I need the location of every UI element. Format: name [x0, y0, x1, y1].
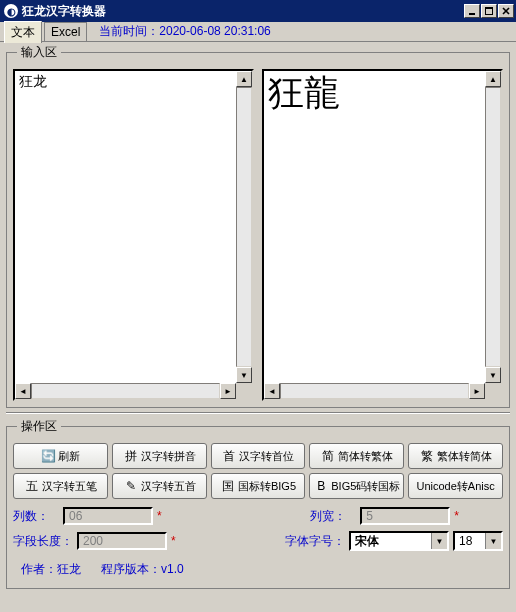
- ops-area-legend: 操作区: [17, 418, 61, 435]
- button-label: 繁体转简体: [437, 449, 492, 464]
- font-name-combo[interactable]: 宋体 ▼: [349, 531, 449, 551]
- input-area-legend: 输入区: [17, 44, 61, 61]
- button-label: 简体转繁体: [338, 449, 393, 464]
- current-time: 当前时间：2020-06-08 20:31:06: [99, 23, 270, 40]
- to-pinyin-button[interactable]: 拼 汉字转拼音: [112, 443, 207, 469]
- input-textarea-left[interactable]: 狂龙: [15, 71, 236, 383]
- gb-big5-icon: 国: [220, 478, 236, 494]
- app-icon: ◐: [4, 4, 18, 18]
- scrollbar-vertical[interactable]: ▲▼: [236, 71, 252, 383]
- col-count-field[interactable]: [63, 507, 153, 525]
- trad-to-simp-button[interactable]: 繁 繁体转简体: [408, 443, 503, 469]
- big5-to-gb-button[interactable]: B BIG5码转国标: [309, 473, 404, 499]
- footer: 作者：狂龙 程序版本：v1.0: [13, 557, 503, 582]
- refresh-icon: 🔄: [40, 448, 56, 464]
- chevron-down-icon[interactable]: ▼: [431, 533, 447, 549]
- font-name-value: 宋体: [351, 533, 431, 549]
- button-label: 国标转BIG5: [238, 479, 296, 494]
- menubar: 文本 Excel 当前时间：2020-06-08 20:31:06: [0, 22, 516, 42]
- big5-gb-icon: B: [313, 478, 329, 494]
- unicode-to-anisc-button[interactable]: Unicode转Anisc: [408, 473, 503, 499]
- time-value: 2020-06-08 20:31:06: [159, 24, 270, 38]
- output-textarea-right-wrap: 狂龍 ▲▼ ◄►: [262, 69, 503, 401]
- scrollbar-horizontal[interactable]: ◄►: [15, 383, 236, 399]
- input-area-group: 输入区 狂龙 ▲▼ ◄► 狂龍 ▲▼ ◄►: [6, 44, 510, 408]
- required-star: *: [157, 509, 162, 523]
- field-len-field[interactable]: [77, 532, 167, 550]
- button-label: 汉字转首位: [239, 449, 294, 464]
- svg-rect-0: [469, 13, 475, 15]
- font-size-value: 18: [455, 533, 485, 549]
- col-width-label: 列宽：: [310, 508, 356, 525]
- gb-to-big5-button[interactable]: 国 国标转BIG5: [211, 473, 306, 499]
- to-shouwei-button[interactable]: 首 汉字转首位: [211, 443, 306, 469]
- required-star: *: [454, 509, 459, 523]
- ops-area-group: 操作区 🔄 刷新 拼 汉字转拼音 首 汉字转首位 简 简体转繁体 繁 繁体转简体: [6, 418, 510, 589]
- tab-excel[interactable]: Excel: [44, 22, 87, 41]
- simp-trad-icon: 简: [320, 448, 336, 464]
- required-star: *: [171, 534, 176, 548]
- button-label: 汉字转五笔: [42, 479, 97, 494]
- output-textarea-right[interactable]: 狂龍: [264, 71, 485, 383]
- field-len-label: 字段长度：: [13, 533, 73, 550]
- resize-grip-icon: [236, 383, 252, 399]
- separator: [6, 412, 510, 414]
- version-label: 程序版本：: [101, 562, 161, 576]
- input-textarea-left-wrap: 狂龙 ▲▼ ◄►: [13, 69, 254, 401]
- chevron-down-icon[interactable]: ▼: [485, 533, 501, 549]
- titlebar: ◐ 狂龙汉字转换器: [0, 0, 516, 22]
- scrollbar-horizontal[interactable]: ◄►: [264, 383, 485, 399]
- simp-to-trad-button[interactable]: 简 简体转繁体: [309, 443, 404, 469]
- window-title: 狂龙汉字转换器: [22, 3, 464, 20]
- scrollbar-vertical[interactable]: ▲▼: [485, 71, 501, 383]
- resize-grip-icon: [485, 383, 501, 399]
- wubi-icon: 五: [24, 478, 40, 494]
- refresh-button[interactable]: 🔄 刷新: [13, 443, 108, 469]
- button-label: 汉字转拼音: [141, 449, 196, 464]
- trad-simp-icon: 繁: [419, 448, 435, 464]
- time-label: 当前时间：: [99, 24, 159, 38]
- pinyin-icon: 拼: [123, 448, 139, 464]
- to-wubi-button[interactable]: 五 汉字转五笔: [13, 473, 108, 499]
- maximize-button[interactable]: [481, 4, 497, 18]
- font-name-label: 字体字号：: [285, 533, 345, 550]
- button-label: Unicode转Anisc: [416, 479, 494, 494]
- button-label: 刷新: [58, 449, 80, 464]
- shouwei-icon: 首: [221, 448, 237, 464]
- author-label: 作者：: [21, 562, 57, 576]
- col-count-label: 列数：: [13, 508, 59, 525]
- button-label: BIG5码转国标: [331, 479, 400, 494]
- font-size-combo[interactable]: 18 ▼: [453, 531, 503, 551]
- button-label: 汉字转五首: [141, 479, 196, 494]
- minimize-button[interactable]: [464, 4, 480, 18]
- col-width-field[interactable]: [360, 507, 450, 525]
- version-value: v1.0: [161, 562, 184, 576]
- to-wushou-button[interactable]: ✎ 汉字转五首: [112, 473, 207, 499]
- tab-text[interactable]: 文本: [4, 21, 42, 43]
- svg-rect-2: [485, 7, 493, 9]
- wushou-icon: ✎: [123, 478, 139, 494]
- close-button[interactable]: [498, 4, 514, 18]
- author-value: 狂龙: [57, 562, 81, 576]
